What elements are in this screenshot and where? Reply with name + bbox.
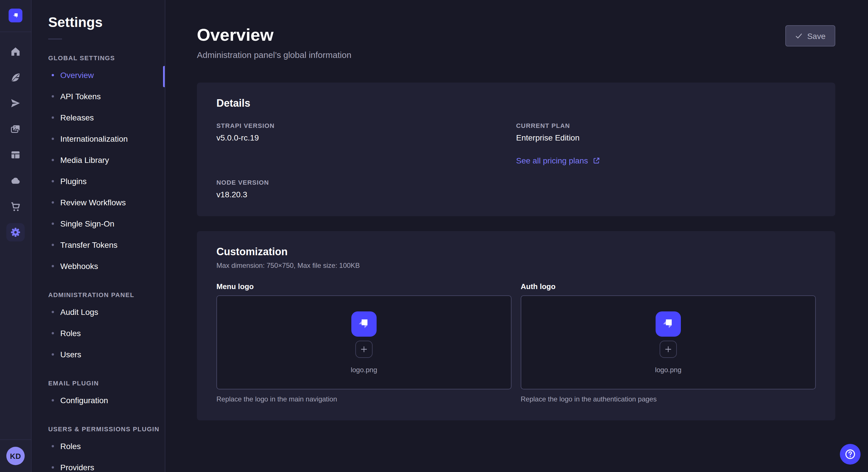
subnav-item-overview[interactable]: Overview <box>48 64 165 86</box>
subnav-item-label: Webhooks <box>60 261 98 270</box>
sidebar-item-content-manager[interactable] <box>6 146 25 164</box>
page-subtitle: Administration panel’s global informatio… <box>197 50 351 60</box>
subnav-item-label: Plugins <box>60 176 87 186</box>
divider <box>0 439 31 440</box>
bullet-icon <box>52 265 54 267</box>
menu-logo-filename: logo.png <box>351 366 377 374</box>
bullet-icon <box>52 137 54 140</box>
subnav-item-api-tokens[interactable]: API Tokens <box>48 86 165 107</box>
add-menu-logo-button[interactable] <box>355 340 373 358</box>
save-button[interactable]: Save <box>785 25 835 46</box>
subnav-item-up-providers[interactable]: Providers <box>48 457 165 472</box>
bullet-icon <box>52 159 54 161</box>
subnav-item-label: Review Workflows <box>60 198 126 207</box>
field-value: Enterprise Edition <box>516 133 816 142</box>
nav-list-administration-panel: Audit Logs Roles Users <box>48 301 165 365</box>
sidebar-item-cloud[interactable] <box>6 171 25 190</box>
bullet-icon <box>52 310 54 313</box>
subnav-item-releases[interactable]: Releases <box>48 107 165 128</box>
strapi-home-button[interactable] <box>9 9 22 22</box>
subnav-item-review-workflows[interactable]: Review Workflows <box>48 192 165 213</box>
section-label-email-plugin: EMAIL PLUGIN <box>48 380 165 386</box>
subnav-item-label: Media Library <box>60 155 109 164</box>
strapi-logo-icon <box>660 316 676 332</box>
page-title: Overview <box>197 25 351 44</box>
sidebar-item-home[interactable] <box>6 42 25 61</box>
bullet-icon <box>52 353 54 355</box>
sidebar-item-settings[interactable] <box>6 223 25 241</box>
home-icon <box>10 46 21 57</box>
subnav-item-label: Internationalization <box>60 134 128 143</box>
sidebar-item-content[interactable] <box>6 68 25 87</box>
subnav-item-audit-logs[interactable]: Audit Logs <box>48 301 165 322</box>
page-header: Overview Administration panel’s global i… <box>197 25 835 60</box>
subnav-item-internationalization[interactable]: Internationalization <box>48 128 165 149</box>
bullet-icon <box>52 201 54 203</box>
subnav-item-up-roles[interactable]: Roles <box>48 435 165 457</box>
customization-card-title: Customization <box>216 246 816 258</box>
sidebar-icon-list <box>6 42 25 241</box>
current-plan-field: CURRENT PLAN Enterprise Edition <box>516 122 816 142</box>
settings-title-rule <box>48 38 62 40</box>
nav-list-users-permissions-plugin: Roles Providers <box>48 435 165 472</box>
subnav-item-media-library[interactable]: Media Library <box>48 149 165 170</box>
plus-icon <box>360 344 369 353</box>
subnav-item-admin-roles[interactable]: Roles <box>48 322 165 343</box>
pricing-plans-link-label: See all pricing plans <box>516 156 588 165</box>
subnav-item-plugins[interactable]: Plugins <box>48 170 165 192</box>
field-label: STRAPI VERSION <box>216 122 516 129</box>
field-label: NODE VERSION <box>216 179 516 186</box>
section-label-administration-panel: ADMINISTRATION PANEL <box>48 291 165 298</box>
settings-subnav: Settings GLOBAL SETTINGS Overview API To… <box>32 0 165 472</box>
add-auth-logo-button[interactable] <box>660 340 677 358</box>
auth-logo-preview <box>656 311 681 336</box>
bullet-icon <box>52 74 54 76</box>
section-label-global-settings: GLOBAL SETTINGS <box>48 55 165 61</box>
sidebar-item-deploy[interactable] <box>6 94 25 112</box>
bullet-icon <box>52 116 54 119</box>
field-value: v5.0.0-rc.19 <box>216 133 516 142</box>
bullet-icon <box>52 243 54 246</box>
strapi-logo-icon <box>11 11 20 20</box>
subnav-item-label: API Tokens <box>60 92 101 101</box>
help-button[interactable] <box>840 444 861 465</box>
auth-logo-hint: Replace the logo in the authentication p… <box>521 395 816 403</box>
menu-logo-dropzone[interactable]: logo.png <box>216 295 512 390</box>
sidebar-item-media[interactable] <box>6 120 25 138</box>
subnav-title: Settings <box>48 14 165 30</box>
external-link-icon <box>593 157 601 165</box>
images-icon <box>10 123 21 135</box>
subnav-item-label: Audit Logs <box>60 307 98 316</box>
sidebar-item-marketplace[interactable] <box>6 197 25 216</box>
subnav-item-label: Overview <box>60 70 94 79</box>
strapi-version-field: STRAPI VERSION v5.0.0-rc.19 <box>216 122 516 142</box>
menu-logo-preview <box>351 311 377 336</box>
divider <box>0 32 31 32</box>
gear-icon <box>10 227 21 238</box>
feather-icon <box>10 72 21 83</box>
customization-card: Customization Max dimension: 750×750, Ma… <box>197 231 835 420</box>
bullet-icon <box>52 180 54 182</box>
subnav-item-label: Roles <box>60 441 81 450</box>
avatar[interactable]: KD <box>6 447 25 465</box>
subnav-item-email-configuration[interactable]: Configuration <box>48 390 165 411</box>
check-icon <box>795 32 803 40</box>
subnav-item-single-sign-on[interactable]: Single Sign-On <box>48 213 165 234</box>
subnav-item-transfer-tokens[interactable]: Transfer Tokens <box>48 234 165 255</box>
cloud-icon <box>10 175 21 187</box>
bullet-icon <box>52 466 54 468</box>
details-card: Details STRAPI VERSION v5.0.0-rc.19 CURR… <box>197 82 835 216</box>
subnav-item-webhooks[interactable]: Webhooks <box>48 255 165 276</box>
nav-list-global-settings: Overview API Tokens Releases Internation… <box>48 64 165 276</box>
strapi-logo-icon <box>356 316 372 332</box>
main-sidebar: KD <box>0 0 32 472</box>
auth-logo-dropzone[interactable]: logo.png <box>521 295 816 390</box>
auth-logo-label: Auth logo <box>521 282 816 291</box>
active-item-indicator <box>163 66 165 87</box>
menu-logo-label: Menu logo <box>216 282 512 291</box>
subnav-item-label: Configuration <box>60 396 108 405</box>
pricing-plans-link[interactable]: See all pricing plans <box>516 156 816 165</box>
subnav-item-admin-users[interactable]: Users <box>48 343 165 365</box>
bullet-icon <box>52 222 54 225</box>
cart-icon <box>10 201 21 212</box>
